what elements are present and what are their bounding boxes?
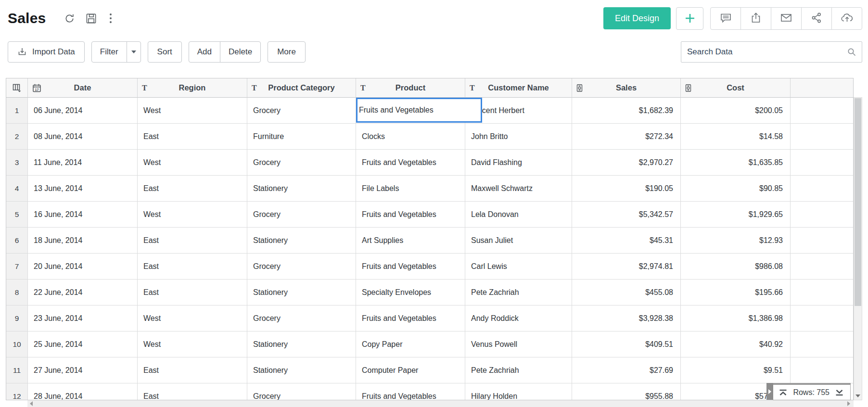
selected-cell-editor[interactable]: Fruits and Vegetables [356, 98, 482, 123]
cell-sales[interactable]: $272.34 [572, 124, 681, 150]
column-header-row-number[interactable] [6, 78, 28, 98]
cell-cost[interactable]: $1,386.98 [681, 305, 791, 331]
cell-category[interactable]: Grocery [247, 383, 356, 400]
edit-design-button[interactable]: Edit Design [603, 7, 671, 29]
vertical-scrollbar-thumb[interactable] [855, 98, 861, 306]
cloud-upload-button[interactable] [831, 7, 862, 30]
cell-num[interactable]: 3 [6, 150, 28, 176]
cell-sales[interactable]: $2,970.27 [572, 150, 681, 176]
column-header-product[interactable]: TProduct [356, 78, 465, 98]
cell-sales[interactable]: $3,928.38 [572, 305, 681, 331]
save-icon[interactable] [86, 13, 97, 24]
column-header-customer[interactable]: TCustomer Name [465, 78, 572, 98]
cell-cost[interactable]: $195.66 [681, 280, 791, 305]
column-header-cost[interactable]: Cost [681, 78, 791, 98]
cell-sales[interactable]: $45.31 [572, 228, 681, 254]
cell-cost[interactable]: $1,635.85 [681, 150, 791, 176]
cell-cost[interactable]: $1,929.65 [681, 202, 791, 228]
cell-num[interactable]: 5 [6, 202, 28, 228]
cell-cost[interactable]: $12.93 [681, 228, 791, 254]
cell-date[interactable]: 08 June, 2014 [28, 124, 138, 150]
cell-region[interactable]: East [138, 357, 247, 383]
cell-category[interactable]: Stationery [247, 331, 356, 357]
cell-num[interactable]: 8 [6, 280, 28, 305]
cell-sales[interactable]: $190.05 [572, 176, 681, 202]
column-header-category[interactable]: TProduct Category [247, 78, 356, 98]
cell-category[interactable]: Furniture [247, 124, 356, 150]
column-header-region[interactable]: TRegion [138, 78, 247, 98]
cell-category[interactable]: Grocery [247, 305, 356, 331]
cell-sales[interactable]: $27.69 [572, 357, 681, 383]
email-button[interactable] [771, 7, 802, 30]
cell-category[interactable]: Grocery [247, 98, 356, 124]
cell-customer[interactable]: Carl Lewis [465, 254, 572, 280]
cell-category[interactable]: Stationery [247, 176, 356, 202]
cell-product[interactable]: Fruits and Vegetables [356, 150, 465, 176]
cell-category[interactable]: Stationery [247, 228, 356, 254]
cell-region[interactable]: West [138, 305, 247, 331]
cell-customer[interactable]: Andy Roddick [465, 305, 572, 331]
cell-date[interactable]: 20 June, 2014 [28, 254, 138, 280]
cell-region[interactable]: West [138, 98, 247, 124]
cell-sales[interactable]: $455.08 [572, 280, 681, 305]
cell-region[interactable]: West [138, 331, 247, 357]
cell-category[interactable]: Grocery [247, 202, 356, 228]
cell-product[interactable]: Fruits and Vegetables [356, 254, 465, 280]
cell-customer[interactable]: Maxwell Schwartz [465, 176, 572, 202]
cell-date[interactable]: 28 June, 2014 [28, 383, 138, 400]
horizontal-scrollbar[interactable] [27, 400, 854, 407]
cell-num[interactable]: 10 [6, 331, 28, 357]
filter-button[interactable]: Filter [92, 42, 127, 62]
share-button[interactable] [801, 7, 832, 30]
column-header-sales[interactable]: Sales [572, 78, 681, 98]
cell-region[interactable]: East [138, 280, 247, 305]
cell-customer[interactable]: John Britto [465, 124, 572, 150]
cell-cost[interactable]: $9.51 [681, 357, 791, 383]
cell-cost[interactable]: $986.08 [681, 254, 791, 280]
cell-date[interactable]: 22 June, 2014 [28, 280, 138, 305]
cell-cost[interactable]: $40.92 [681, 331, 791, 357]
cell-region[interactable]: West [138, 150, 247, 176]
cell-product[interactable]: Fruits and Vegetables [356, 202, 465, 228]
cell-date[interactable]: 27 June, 2014 [28, 357, 138, 383]
vertical-scrollbar[interactable] [854, 97, 862, 400]
cell-num[interactable]: 7 [6, 254, 28, 280]
cell-cost[interactable]: $14.58 [681, 124, 791, 150]
cell-region[interactable]: East [138, 254, 247, 280]
cell-category[interactable]: Stationery [247, 280, 356, 305]
search-input[interactable] [681, 47, 847, 57]
add-button[interactable]: Add [189, 42, 220, 62]
cell-product[interactable]: Fruits and Vegetables [356, 305, 465, 331]
cell-category[interactable]: Stationery [247, 357, 356, 383]
cell-sales[interactable]: $1,682.39 [572, 98, 681, 124]
cell-num[interactable]: 11 [6, 357, 28, 383]
cell-sales[interactable]: $409.51 [572, 331, 681, 357]
cell-region[interactable]: East [138, 176, 247, 202]
cell-category[interactable]: Grocery [247, 150, 356, 176]
cell-customer[interactable]: David Flashing [465, 150, 572, 176]
column-header-date[interactable]: 17Date [28, 78, 138, 98]
cell-customer[interactable]: Hilary Holden [465, 383, 572, 400]
cell-customer[interactable]: Pete Zachriah [465, 280, 572, 305]
cell-sales[interactable]: $2,974.81 [572, 254, 681, 280]
cell-region[interactable]: West [138, 202, 247, 228]
scroll-left-button[interactable] [27, 400, 35, 407]
cell-region[interactable]: East [138, 228, 247, 254]
cell-product[interactable]: Art Supplies [356, 228, 465, 254]
cell-num[interactable]: 6 [6, 228, 28, 254]
cell-customer[interactable]: Venus Powell [465, 331, 572, 357]
cell-date[interactable]: 16 June, 2014 [28, 202, 138, 228]
cell-product[interactable]: Fruits and Vegetables [356, 383, 465, 400]
cell-customer[interactable]: Pete Zachriah [465, 357, 572, 383]
cell-cost[interactable]: $200.05 [681, 98, 791, 124]
cell-product[interactable]: Computer Paper [356, 357, 465, 383]
search-icon[interactable] [847, 48, 862, 56]
cell-date[interactable]: 18 June, 2014 [28, 228, 138, 254]
collapse-badge-tab[interactable] [766, 383, 773, 400]
cell-date[interactable]: 25 June, 2014 [28, 331, 138, 357]
kebab-menu-icon[interactable] [108, 12, 113, 25]
cell-num[interactable]: 2 [6, 124, 28, 150]
cell-num[interactable]: 12 [6, 383, 28, 400]
cell-customer[interactable]: Lela Donovan [465, 202, 572, 228]
delete-button[interactable]: Delete [220, 42, 260, 62]
